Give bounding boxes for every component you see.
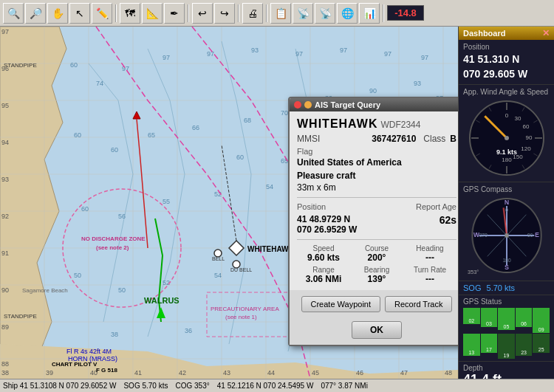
dashboard-panel: Dashboard ✕ Position 41 51.310 N 070 29.… — [458, 27, 554, 392]
pos-lat: 41 48.9729 N — [297, 214, 377, 224]
compass-canvas — [466, 195, 547, 276]
turn-label: Turn Rate — [403, 266, 456, 274]
vessel-name: WHITEHAWK — [297, 117, 377, 131]
course-label: Course — [350, 244, 403, 252]
cursor-position: 41 52.1216 N 070 24.5495 W — [217, 382, 314, 390]
speed-value: 9.60 kts — [297, 252, 350, 263]
measure-button[interactable]: 📐 — [142, 3, 163, 24]
dashboard-header: Dashboard ✕ — [459, 27, 554, 40]
print-button[interactable]: 🖨 — [242, 3, 263, 24]
close-dot[interactable] — [294, 101, 301, 109]
toolbar: 🔍 🔎 ✋ ↖ ✏️ 🗺 📐 ✒ ↩ ↪ 🖨 📋 📡 📡 🌐 📊 -14.8 — [0, 0, 554, 27]
sog-label: SOG — [463, 283, 481, 292]
ok-button[interactable]: OK — [352, 321, 402, 339]
report-age-label: Report Age — [377, 202, 456, 211]
vessel-type: Pleasure craft — [297, 171, 456, 181]
pos-label: Position — [297, 202, 377, 211]
zoom-out-button[interactable]: 🔎 — [25, 3, 46, 24]
gps-bar-grid: 02030506091317192325 — [463, 308, 550, 359]
vessel-id: WDF2344 — [380, 120, 420, 130]
gps-status-title: GPS Status — [463, 298, 550, 306]
heading-label: Heading — [403, 244, 456, 252]
ais-button[interactable]: 📡 — [293, 3, 313, 24]
depth-label: Depth — [463, 364, 550, 372]
range-bearing-turn-values: 3.06 NMi 139° --- — [297, 274, 456, 284]
range-value: 3.06 NMi — [297, 274, 350, 284]
flag-value: United States of America — [297, 157, 456, 168]
ais-target-popup: AIS Target Query WHITEHAWK WDF2344 MMSI … — [288, 97, 458, 346]
position-values: 41 48.9729 N 070 26.9529 W 62s — [297, 214, 456, 235]
separator-3 — [238, 4, 239, 22]
zoom-in-button[interactable]: 🔍 — [3, 3, 24, 24]
wind-title: App. Wind Angle & Speed — [463, 88, 550, 96]
separator-4 — [266, 4, 267, 22]
turn-value: --- — [403, 274, 456, 284]
wind-section: App. Wind Angle & Speed — [459, 85, 554, 182]
status-sog: SOG 5.70 kts — [123, 382, 168, 390]
create-waypoint-button[interactable]: Create Waypoint — [301, 296, 381, 312]
layers-button[interactable]: 📋 — [270, 3, 291, 24]
position-row: Position Report Age — [297, 202, 456, 211]
popup-body: WHITEHAWK WDF2344 MMSI 367427610 Class B… — [290, 111, 458, 290]
vessel-size: 33m x 6m — [297, 182, 456, 193]
bearing-label: Bearing — [350, 266, 403, 274]
chart-area[interactable]: AIS Target Query WHITEHAWK WDF2344 MMSI … — [0, 27, 458, 392]
ship-position: Ship 41 51.3108 N 070 29.6052 W — [3, 382, 116, 390]
undo-button[interactable]: ↩ — [192, 3, 213, 24]
popup-ok-row: OK — [290, 318, 458, 345]
main-area: AIS Target Query WHITEHAWK WDF2344 MMSI … — [0, 27, 554, 392]
record-track-button[interactable]: Record Track — [385, 296, 452, 312]
class-value: B — [450, 134, 456, 144]
separator-2 — [188, 4, 189, 22]
pencil-button[interactable]: ✏️ — [92, 3, 112, 24]
chart-button[interactable]: 📊 — [359, 3, 380, 24]
position-coords: 41 48.9729 N 070 26.9529 W — [297, 214, 377, 235]
range-bearing-turn: Range Bearing Turn Rate — [297, 266, 456, 274]
speed-label: Speed — [297, 244, 350, 252]
flag-label: Flag — [297, 147, 456, 156]
status-cog: COG 353° — [175, 382, 209, 390]
position-title: Position — [463, 43, 550, 51]
position-lat: 41 51.310 N — [463, 52, 550, 67]
range-label: Range — [297, 266, 350, 274]
separator-1 — [115, 4, 117, 22]
dashboard-title: Dashboard — [463, 29, 505, 38]
cursor-button[interactable]: ↖ — [69, 3, 90, 24]
gps-status-section: GPS Status 02030506091317192325 — [459, 295, 554, 362]
course-value: 200° — [350, 252, 403, 263]
mmsi-value: 367427610 — [320, 134, 416, 144]
mmsi-label: MMSI — [297, 134, 320, 144]
sog-value: 5.70 kts — [487, 283, 516, 292]
map-button[interactable]: 🗺 — [120, 3, 140, 24]
popup-title: AIS Target Query — [315, 100, 380, 109]
minimize-dot[interactable] — [304, 101, 312, 109]
popup-titlebar: AIS Target Query — [290, 98, 458, 111]
gps-compass-section: GPS Compass — [459, 182, 554, 281]
speed-course-heading: Speed Course Heading — [297, 244, 456, 252]
divider-1 — [297, 197, 456, 198]
separator-5 — [383, 4, 384, 22]
report-age-value: 62s — [377, 214, 456, 235]
status-bearing: 077° 3.87 NMi — [321, 382, 367, 390]
popup-action-buttons: Create Waypoint Record Track — [290, 290, 458, 318]
bearing-value: 139° — [350, 274, 403, 284]
dashboard-close[interactable]: ✕ — [542, 28, 550, 38]
globe-button[interactable]: 🌐 — [337, 3, 358, 24]
speed-course-heading-values: 9.60 kts 200° --- — [297, 252, 456, 263]
speed-display: -14.8 — [387, 5, 424, 21]
mmsi-row: MMSI 367427610 Class B — [297, 134, 456, 144]
divider-2 — [297, 239, 456, 240]
redo-button[interactable]: ↪ — [214, 3, 235, 24]
draw-button[interactable]: ✒ — [164, 3, 185, 24]
gps-button[interactable]: 📡 — [315, 3, 335, 24]
wind-gauge-canvas — [463, 97, 550, 179]
class-label: Class — [423, 134, 445, 144]
position-lon: 070 29.605 W — [463, 67, 550, 82]
gps-compass-title: GPS Compass — [463, 185, 550, 193]
sog-section: SOG 5.70 kts — [459, 281, 554, 295]
position-section: Position 41 51.310 N 070 29.605 W — [459, 40, 554, 85]
pan-button[interactable]: ✋ — [47, 3, 68, 24]
pos-lon: 070 26.9529 W — [297, 224, 377, 235]
status-bar: Ship 41 51.3108 N 070 29.6052 W SOG 5.70… — [0, 379, 554, 392]
heading-value: --- — [403, 252, 456, 263]
